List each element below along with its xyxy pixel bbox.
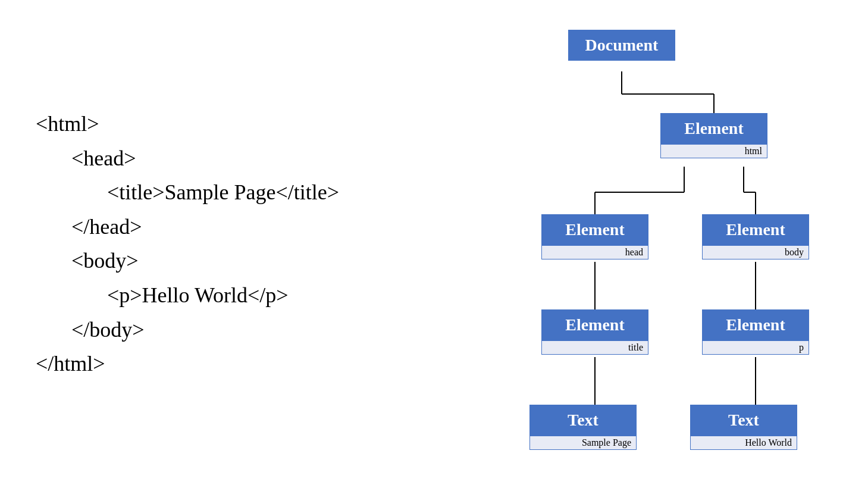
node-document: Document: [568, 30, 675, 61]
text-p-value: Hello World: [690, 436, 797, 450]
text-p-box: Text: [690, 405, 797, 436]
text-title-value: Sample Page: [529, 436, 637, 450]
tree-diagram: Document Element html Element head Eleme…: [393, 18, 857, 470]
code-line-5: <body>: [71, 244, 339, 279]
html-tag-label: html: [660, 144, 767, 158]
html-element-box: Element: [660, 113, 767, 144]
node-text-hello-world: Text Hello World: [690, 405, 797, 450]
title-element-box: Element: [541, 309, 648, 340]
node-text-sample-page: Text Sample Page: [529, 405, 637, 450]
document-box: Document: [568, 30, 675, 61]
code-line-2: <head>: [71, 142, 339, 176]
code-line-6: <p>Hello World</p>: [107, 279, 339, 313]
head-element-box: Element: [541, 214, 648, 245]
node-title: Element title: [541, 309, 648, 355]
body-tag-label: body: [702, 245, 809, 259]
node-p: Element p: [702, 309, 809, 355]
text-title-box: Text: [529, 405, 637, 436]
code-line-3: <title>Sample Page</title>: [107, 176, 339, 210]
code-line-8: </html>: [36, 347, 339, 381]
head-tag-label: head: [541, 245, 648, 259]
p-element-box: Element: [702, 309, 809, 340]
title-tag-label: title: [541, 340, 648, 355]
p-tag-label: p: [702, 340, 809, 355]
node-head: Element head: [541, 214, 648, 259]
body-element-box: Element: [702, 214, 809, 245]
node-html: Element html: [660, 113, 767, 158]
code-line-1: <html>: [36, 107, 339, 142]
node-body: Element body: [702, 214, 809, 259]
code-block: <html> <head> <title>Sample Page</title>…: [36, 107, 339, 381]
code-line-4: </head>: [71, 210, 339, 245]
code-line-7: </body>: [71, 313, 339, 348]
